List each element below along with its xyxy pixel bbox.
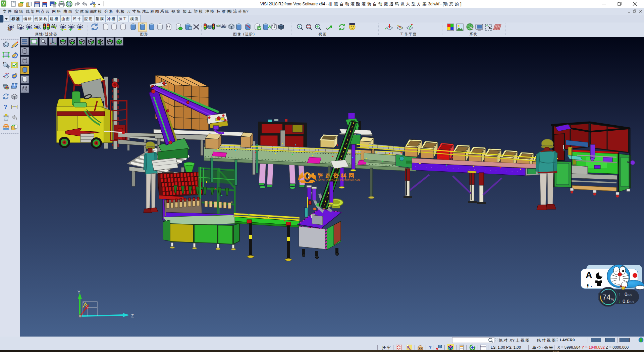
- svg-text:+: +: [298, 25, 300, 29]
- svg-text:Z: Z: [131, 313, 134, 318]
- svg-text:%: %: [611, 298, 614, 301]
- svg-text:Y: Y: [77, 290, 80, 295]
- svg-text:74: 74: [602, 293, 610, 301]
- svg-text:?: ?: [4, 104, 7, 110]
- svg-text:+/: +/: [60, 28, 63, 32]
- svg-text:+: +: [26, 27, 29, 32]
- svg-text:+: +: [3, 61, 4, 64]
- svg-text:V: V: [2, 1, 5, 6]
- svg-text:+: +: [69, 27, 72, 32]
